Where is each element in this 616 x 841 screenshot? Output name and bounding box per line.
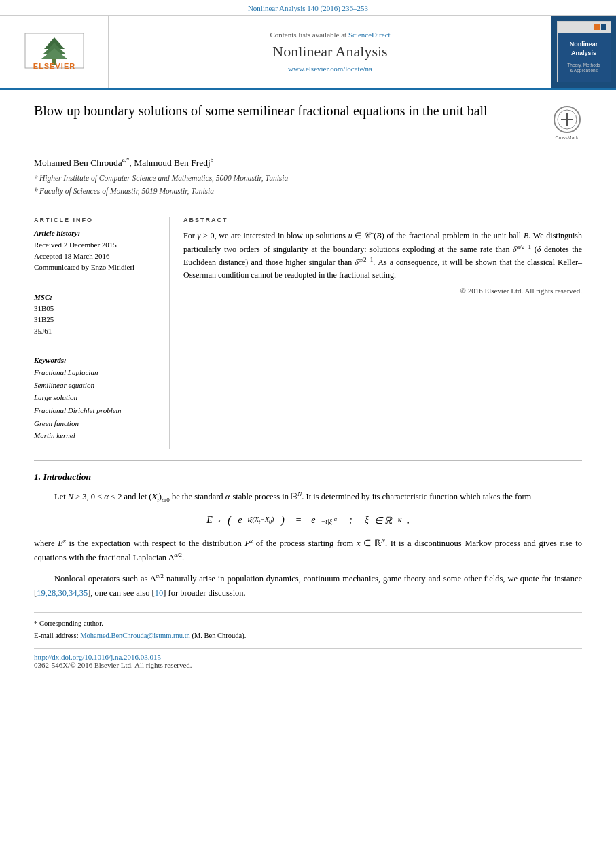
doi-link[interactable]: http://dx.doi.org/10.1016/j.na.2016.03.0… [34, 653, 582, 661]
info-divider-1 [34, 283, 160, 283]
abstract-label: ABSTRACT [183, 217, 582, 223]
keywords-section: Keywords: Fractional Laplacian Semilinea… [34, 356, 160, 442]
intro-paragraph-3: Nonlocal operators such as Δα/2 naturall… [34, 571, 582, 599]
cover-title-block: NonlinearAnalysis Theory, Methods& Appli… [558, 33, 611, 82]
svg-rect-6 [594, 24, 600, 30]
article-history-title: Article history: [34, 229, 160, 237]
corresponding-author-note: * Corresponding author. [34, 618, 582, 629]
footer-bottom: http://dx.doi.org/10.1016/j.na.2016.03.0… [34, 648, 582, 669]
info-divider-2 [34, 346, 160, 346]
author1-sup: a,* [122, 156, 130, 163]
crossmark-label: CrossMark [556, 135, 579, 140]
issn-copyright: 0362-546X/© 2016 Elsevier Ltd. All right… [34, 661, 582, 669]
authors-line: Mohamed Ben Chroudaa,*, Mahmoud Ben Fred… [34, 156, 582, 168]
abstract-column: ABSTRACT For γ > 0, we are interested in… [183, 217, 582, 449]
journal-citation: Nonlinear Analysis 140 (2016) 236–253 [248, 4, 368, 12]
author1-name: Mohamed Ben Chrouda [34, 158, 122, 168]
journal-title: Nonlinear Analysis [272, 43, 387, 60]
section-divider-2 [34, 460, 582, 461]
main-content: Blow up boundary solutions of some semil… [0, 90, 616, 683]
journal-citation-bar: Nonlinear Analysis 140 (2016) 236–253 [0, 0, 616, 16]
affiliation-a: ᵃ Higher Institute of Computer Science a… [34, 173, 582, 184]
affiliation-b: ᵇ Faculty of Sciences of Monastir, 5019 … [34, 185, 582, 197]
msc-code-3: 35J61 [34, 325, 160, 337]
author2-name: Mahmoud Ben Fredj [134, 158, 211, 168]
keyword-4: Fractional Dirichlet problem [34, 404, 160, 417]
article-history-section: Article history: Received 2 December 201… [34, 229, 160, 273]
svg-text:ELSEVIER: ELSEVIER [33, 62, 75, 69]
keyword-5: Green function [34, 417, 160, 430]
info-abstract-section: ARTICLE INFO Article history: Received 2… [34, 217, 582, 449]
msc-code-2: 31B25 [34, 314, 160, 325]
intro-paragraph-1: Let N ≥ 3, 0 < α < 2 and let (Xt)t≥0 be … [34, 489, 582, 505]
cover-journal-subtitle: Theory, Methods& Applications [567, 62, 600, 74]
msc-section: MSC: 31B05 31B25 35J61 [34, 293, 160, 337]
communicated-by: Communicated by Enzo Mitidieri [34, 262, 160, 273]
abstract-copyright: © 2016 Elsevier Ltd. All rights reserved… [183, 287, 582, 295]
author2-sup: b [211, 156, 214, 163]
abstract-text: For γ > 0, we are interested in blow up … [183, 229, 582, 281]
keyword-3: Large solution [34, 391, 160, 404]
journal-cover: NonlinearAnalysis Theory, Methods& Appli… [551, 16, 616, 88]
affiliations: ᵃ Higher Institute of Computer Science a… [34, 173, 582, 198]
article-info-column: ARTICLE INFO Article history: Received 2… [34, 217, 170, 449]
footnote-section: * Corresponding author. E-mail address: … [34, 612, 582, 642]
keywords-list: Fractional Laplacian Semilinear equation… [34, 366, 160, 442]
elsevier-brand: ELSEVIER [24, 32, 85, 72]
section-divider-1 [34, 207, 582, 207]
crossmark-badge[interactable]: CrossMark [551, 105, 582, 140]
email-link[interactable]: Mohamed.BenChrouda@istmm.rnu.tn [80, 632, 190, 639]
elsevier-tree-logo: ELSEVIER [24, 32, 85, 69]
email-note: E-mail address: Mohamed.BenChrouda@istmm… [34, 630, 582, 641]
msc-title: MSC: [34, 293, 160, 301]
article-info-label: ARTICLE INFO [34, 217, 160, 223]
journal-header: ELSEVIER Contents lists available at Sci… [0, 16, 616, 90]
math-equation: Ex ( eiξ(Xt−X0) ) = e−t|ξ|α ; ξ ∈ ℝN, [206, 514, 409, 526]
cover-divider [564, 60, 604, 60]
cover-logo-icon [594, 23, 608, 31]
journal-url[interactable]: www.elsevier.com/locate/na [288, 65, 372, 73]
cover-journal-name: NonlinearAnalysis [570, 40, 598, 57]
cover-image: NonlinearAnalysis Theory, Methods& Appli… [557, 21, 611, 82]
elsevier-logo-section: ELSEVIER [0, 16, 109, 88]
cover-top-strip [558, 22, 611, 33]
svg-rect-7 [601, 24, 606, 30]
msc-code-1: 31B05 [34, 303, 160, 315]
article-title-section: Blow up boundary solutions of some semil… [34, 102, 582, 147]
section1-heading: 1. Introduction [34, 471, 582, 482]
sciencedirect-link[interactable]: ScienceDirect [348, 31, 391, 39]
keyword-1: Fractional Laplacian [34, 366, 160, 379]
keyword-6: Martin kernel [34, 429, 160, 442]
contents-link: Contents lists available at ScienceDirec… [270, 31, 390, 39]
intro-paragraph-2: where Ex is the expectation with respect… [34, 536, 582, 565]
article-title: Blow up boundary solutions of some semil… [34, 102, 545, 120]
keywords-title: Keywords: [34, 356, 160, 364]
received-date: Received 2 December 2015 [34, 239, 160, 251]
journal-header-center: Contents lists available at ScienceDirec… [109, 16, 551, 88]
keyword-2: Semilinear equation [34, 379, 160, 392]
accepted-date: Accepted 18 March 2016 [34, 251, 160, 262]
equation-block: Ex ( eiξ(Xt−X0) ) = e−t|ξ|α ; ξ ∈ ℝN, [34, 514, 582, 526]
crossmark-icon [553, 105, 581, 134]
